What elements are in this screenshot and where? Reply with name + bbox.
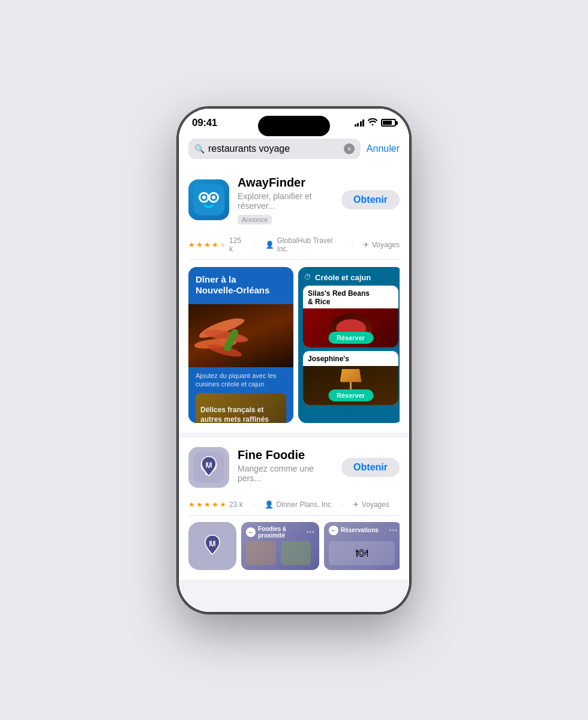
search-input[interactable]: restaurants voyage — [208, 143, 340, 154]
section-divider — [179, 433, 409, 437]
app-icon-awayfinder — [188, 179, 229, 220]
app-meta-awayfinder: ★★★★★ 125 k · 👤 GlobalHub Travel Inc. · … — [188, 232, 400, 260]
thumb-label-foodies: Foodies à proximité — [258, 526, 304, 539]
wifi-icon — [368, 118, 377, 127]
phone-frame: 09:41 — [177, 107, 411, 614]
rating-finefoodie: ★★★★★ 23 k — [188, 500, 243, 509]
svg-point-3 — [202, 196, 206, 199]
restaurant-item-2[interactable]: Josephine's Réserver — [303, 351, 398, 404]
app-card-awayfinder: AwayFinder Explorer, planifier et réserv… — [179, 166, 409, 433]
svg-rect-7 — [207, 196, 211, 198]
restaurant-item-1[interactable]: Silas's Red Beans& Rice Réserver — [303, 286, 398, 348]
thumb-row-finefoodie: ← Foodies à proximité ⋯ — [188, 516, 400, 572]
thumb-options-1[interactable]: ⋯ — [306, 527, 314, 537]
thumb-card-foodies[interactable]: ← Foodies à proximité ⋯ — [241, 522, 319, 570]
app-header-finefoodie: Fine Foodie Mangez comme une pers... Obt… — [188, 447, 400, 488]
app-name-finefoodie: Fine Foodie — [238, 448, 333, 462]
get-button-finefoodie[interactable]: Obtenir — [341, 458, 400, 477]
dynamic-island — [258, 116, 330, 136]
rating-awayfinder: ★★★★★ 125 k — [188, 236, 244, 253]
clock-icon: ⏱ — [304, 273, 311, 281]
search-area[interactable]: 🔍 restaurants voyage × Annuler — [179, 134, 409, 166]
review-count-finefoodie: 23 k — [229, 500, 243, 509]
category-awayfinder: ✈ Voyages — [363, 241, 400, 249]
restaurant-name-2: Josephine's — [303, 351, 398, 365]
thumb-card-reservations[interactable]: ← Réservations ⋯ 🍽 — [324, 522, 400, 570]
thumb-app-icon — [188, 522, 236, 570]
battery-icon — [381, 119, 396, 127]
signal-icon — [355, 119, 365, 127]
search-icon: 🔍 — [194, 144, 205, 154]
search-bar[interactable]: 🔍 restaurants voyage × — [188, 139, 361, 159]
app-info-finefoodie: Fine Foodie Mangez comme une pers... — [238, 448, 333, 486]
status-icons — [355, 118, 397, 127]
app-name-awayfinder: AwayFinder — [238, 176, 333, 190]
app-card-finefoodie: Fine Foodie Mangez comme une pers... Obt… — [179, 437, 409, 580]
card-title-dining: Dîner à laNouvelle-Orléans — [196, 274, 286, 296]
review-count-awayfinder: 125 k — [229, 236, 244, 253]
status-bar: 09:41 — [179, 109, 409, 134]
category-finefoodie: ✈ Voyages — [353, 500, 389, 509]
preview-card-dining[interactable]: Dîner à laNouvelle-Orléans — [188, 267, 293, 423]
app-desc-awayfinder: Explorer, planifier et réserver... — [238, 191, 333, 211]
app-meta-finefoodie: ★★★★★ 23 k · 👤 Dinner Plans, Inc · ✈ V — [188, 495, 400, 516]
results-scroll: AwayFinder Explorer, planifier et réserv… — [179, 166, 409, 612]
reserve-button-1[interactable]: Réserver — [328, 332, 373, 344]
cancel-button[interactable]: Annuler — [367, 143, 400, 154]
reserve-button-2[interactable]: Réserver — [328, 389, 373, 401]
card-footer-dining: Délices français etautres mets raffinés — [200, 406, 281, 423]
screen-content: 09:41 — [179, 109, 409, 612]
preview-strip-awayfinder: Dîner à laNouvelle-Orléans — [188, 260, 400, 433]
status-time: 09:41 — [192, 117, 217, 129]
thumb-options-2[interactable]: ⋯ — [389, 526, 397, 535]
preview-card-creole[interactable]: ⏱ Créole et cajun Silas's Red Beans& Ric… — [298, 267, 400, 423]
get-button-awayfinder[interactable]: Obtenir — [341, 190, 400, 209]
svg-point-6 — [212, 196, 215, 199]
app-icon-finefoodie — [188, 447, 229, 488]
restaurant-name-1: Silas's Red Beans& Rice — [303, 286, 398, 309]
developer-finefoodie: 👤 Dinner Plans, Inc — [265, 500, 331, 509]
phone-screen: 09:41 — [179, 109, 409, 612]
app-desc-finefoodie: Mangez comme une pers... — [238, 464, 333, 483]
card-title-creole: Créole et cajun — [315, 273, 371, 282]
ad-badge: Annonce — [238, 215, 272, 224]
app-info-awayfinder: AwayFinder Explorer, planifier et réserv… — [238, 176, 333, 224]
developer-awayfinder: 👤 GlobalHub Travel Inc. — [265, 236, 342, 253]
search-clear-button[interactable]: × — [344, 143, 355, 154]
thumb-label-reservations: Réservations — [341, 527, 386, 533]
app-header: AwayFinder Explorer, planifier et réserv… — [188, 176, 400, 224]
